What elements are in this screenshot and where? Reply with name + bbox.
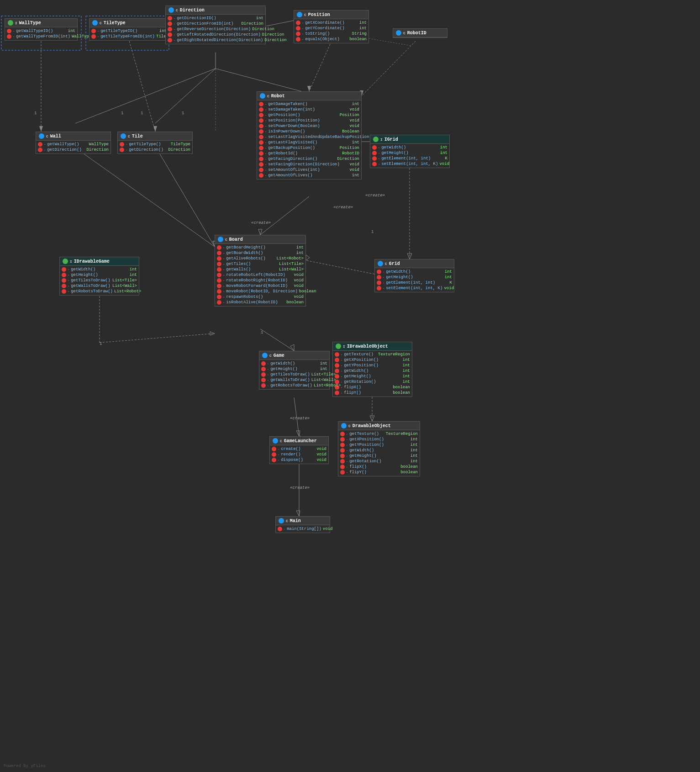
method-type-Game-0-3: List<Wall> — [311, 378, 336, 382]
header-letter-Board: C — [225, 238, 227, 242]
method-type-DrawableObject-0-3: int — [411, 448, 418, 453]
method-name-Board-0-10: isRobotAlive(RobotID) — [226, 300, 278, 305]
svg-marker-20 — [407, 254, 412, 259]
svg-line-24 — [100, 333, 215, 343]
method-type-DrawableObject-0-2: int — [411, 443, 418, 447]
vis-letter-Robot-0-7: - — [265, 141, 267, 144]
method-name-WallType-0-1: getWallTypeFromID(int) — [16, 34, 70, 39]
row-Direction-0-2: -getReverseDirection(Direction)Direction — [166, 26, 265, 32]
svg-line-13 — [260, 196, 309, 235]
method-type-Wall-0-0: WallType — [89, 142, 109, 147]
method-type-GameLauncher-0-1: void — [316, 452, 326, 457]
vis-letter-IDrawableObject-0-7: - — [341, 391, 342, 395]
method-type-DrawableObject-0-1: int — [411, 437, 418, 442]
header-icon-IDrawableObject — [336, 344, 341, 349]
method-name-DrawableObject-0-3: getWidth() — [349, 448, 374, 453]
method-type-Board-0-6: void — [294, 278, 304, 283]
row-IDrawableObject-0-1: -getXPosition()int — [333, 357, 412, 363]
method-type-Robot-0-9: RobotID — [342, 151, 359, 156]
method-type-IDrawableGame-0-3: List<Wall> — [112, 284, 137, 288]
method-name-IDrawableGame-0-1: getHeight() — [71, 273, 98, 277]
section-Tile-0: -getTileType()TileType-getDirection()Dir… — [118, 141, 192, 153]
method-type-IDrawableGame-0-0: int — [130, 267, 137, 272]
vis-icon-TileType-0-0 — [91, 29, 96, 33]
method-name-Robot-0-7: getLastFlagVisited() — [268, 140, 317, 145]
method-name-Direction-0-2: getReverseDirection(Direction) — [177, 27, 251, 32]
box-WallType: IWallType-getWallTypeID()int-getWallType… — [5, 18, 78, 41]
vis-letter-IDrawableObject-0-2: - — [341, 364, 342, 367]
row-Position-0-0: -getXCoordinate()int — [294, 20, 368, 26]
method-name-IDrawableObject-0-3: getWidth() — [344, 369, 368, 373]
row-IGrid-0-3: -setElement(int, int, K)void — [370, 161, 449, 167]
row-Game-0-0: -getWidth()int — [259, 361, 329, 366]
header-name-DrawableObject: DrawableObject — [353, 423, 391, 428]
header-name-RobotID: RobotID — [407, 31, 426, 36]
header-icon-Board — [218, 237, 223, 242]
row-Robot-0-2: -getPosition()Position — [257, 112, 361, 118]
method-name-DrawableObject-0-5: getRotation() — [349, 459, 381, 464]
method-type-IDrawableObject-0-3: int — [403, 369, 410, 373]
method-name-IGrid-0-1: getHeight() — [381, 151, 408, 155]
header-name-GameLauncher: GameLauncher — [284, 439, 317, 444]
method-name-Board-0-0: getBoardHeight() — [226, 245, 265, 250]
header-Grid: CGrid — [375, 259, 454, 268]
svg-marker-25 — [210, 332, 215, 335]
method-type-Position-0-1: int — [359, 26, 367, 31]
method-name-Tile-0-1: getDirection() — [129, 148, 163, 152]
row-IDrawableObject-0-3: -getWidth()int — [333, 368, 412, 374]
svg-text:1: 1 — [261, 330, 263, 335]
row-Tile-0-0: -getTileType()TileType — [118, 142, 192, 147]
row-IDrawableObject-0-2: -getYPosition()int — [333, 363, 412, 368]
vis-icon-Position-0-2 — [296, 32, 300, 36]
header-letter-Position: C — [304, 13, 306, 17]
vis-icon-DrawableObject-0-0 — [340, 432, 345, 436]
method-name-Direction-0-1: getDirectionFromID(int) — [177, 21, 233, 26]
vis-icon-Robot-0-3 — [259, 118, 263, 123]
vis-letter-GameLauncher-0-0: - — [278, 447, 279, 451]
vis-icon-Board-0-4 — [217, 267, 221, 272]
vis-icon-DrawableObject-0-5 — [340, 459, 345, 464]
row-Robot-0-1: -setDamageTaken(int)void — [257, 107, 361, 112]
diagram-container: 1 1 1 1 «create» «create» «create» «crea… — [0, 0, 700, 772]
section-Robot-0: -getDamageTaken()int-setDamageTaken(int)… — [257, 100, 361, 179]
method-name-Board-0-6: rotateRobotRight(RobotID) — [226, 278, 288, 283]
vis-icon-Robot-0-5 — [259, 129, 263, 134]
vis-letter-Game-0-3: - — [267, 378, 269, 382]
row-TileType-0-1: -getTileTypeFromID(int)TileType — [89, 34, 168, 39]
vis-icon-Position-0-1 — [296, 26, 300, 31]
header-letter-Game: C — [269, 354, 272, 358]
vis-icon-Board-0-10 — [217, 300, 221, 305]
header-letter-IGrid: I — [380, 137, 383, 142]
row-Position-0-1: -getYCoordinate()int — [294, 26, 368, 31]
vis-icon-IDrawableGame-0-1 — [62, 273, 66, 277]
header-icon-Tile — [121, 133, 126, 139]
vis-icon-DrawableObject-0-1 — [340, 437, 345, 442]
svg-line-7 — [129, 41, 155, 132]
vis-icon-Game-0-3 — [261, 378, 266, 382]
header-letter-DrawableObject: C — [348, 424, 351, 428]
svg-line-15 — [73, 146, 215, 247]
method-name-WallType-0-0: getWallTypeID() — [16, 29, 53, 33]
vis-icon-Grid-0-2 — [377, 280, 381, 285]
method-name-Robot-0-2: getPosition() — [268, 113, 300, 117]
vis-letter-Direction-0-3: - — [174, 33, 175, 37]
header-letter-RobotID: C — [403, 31, 405, 35]
vis-icon-Direction-0-1 — [168, 21, 172, 26]
row-Board-0-2: -getAliveRobots()List<Robot> — [215, 256, 305, 261]
vis-letter-Game-0-0: - — [267, 362, 269, 365]
row-Board-0-1: -getBoardWidth()int — [215, 250, 305, 256]
vis-icon-GameLauncher-0-0 — [272, 447, 276, 451]
method-name-GameLauncher-0-2: dispose() — [281, 458, 303, 462]
vis-icon-TileType-0-1 — [91, 34, 96, 39]
vis-letter-Position-0-1: - — [302, 26, 304, 30]
section-Wall-0: -getWallType()WallType-getDirection()Dir… — [36, 141, 111, 153]
vis-letter-Game-0-2: - — [267, 373, 269, 376]
header-name-Main: Main — [290, 518, 301, 523]
row-IGrid-0-0: -getWidth()int — [370, 145, 449, 150]
vis-letter-Robot-0-5: - — [265, 130, 267, 133]
vis-letter-Robot-0-9: - — [265, 152, 267, 155]
method-name-Grid-0-2: getElement(int, int) — [386, 280, 435, 285]
vis-letter-DrawableObject-0-7: - — [346, 471, 348, 474]
vis-letter-Robot-0-10: - — [265, 157, 267, 161]
vis-icon-IDrawableObject-0-1 — [335, 358, 339, 362]
